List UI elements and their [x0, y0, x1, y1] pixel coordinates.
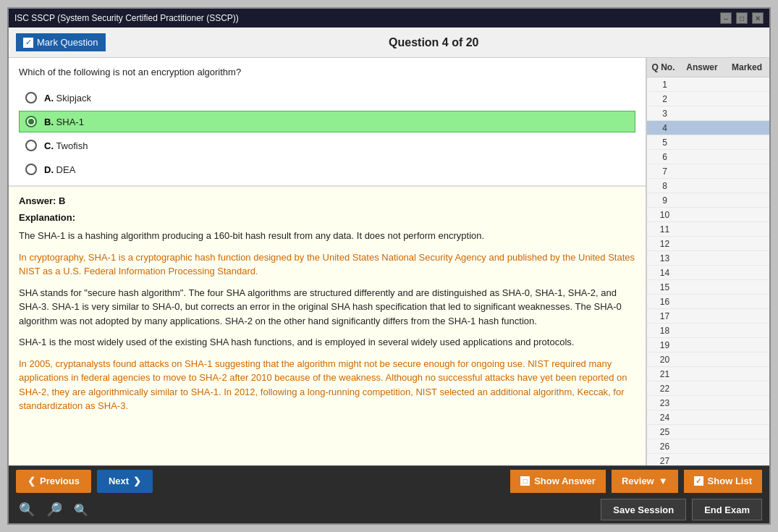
option-c[interactable]: C. Twofish: [19, 135, 635, 156]
sidebar-row[interactable]: 27: [647, 454, 769, 465]
sidebar: Q No. Answer Marked 1 2 3 4 5 6: [646, 58, 769, 465]
sidebar-row[interactable]: 2: [647, 92, 769, 106]
sidebar-row-num: 21: [647, 369, 680, 379]
sidebar-row[interactable]: 14: [647, 266, 769, 280]
sidebar-row[interactable]: 8: [647, 179, 769, 193]
sidebar-row[interactable]: 22: [647, 381, 769, 396]
review-dropdown-icon: ▼: [659, 476, 668, 486]
sidebar-row[interactable]: 1: [647, 77, 769, 92]
sidebar-row[interactable]: 3: [647, 106, 769, 121]
sidebar-row[interactable]: 16: [647, 295, 769, 309]
answer-para-2: In cryptography, SHA-1 is a cryptographi…: [19, 250, 635, 279]
sidebar-row[interactable]: 24: [647, 410, 769, 425]
option-b[interactable]: B. SHA-1: [19, 111, 635, 132]
review-button[interactable]: Review ▼: [612, 470, 678, 493]
option-b-label: B. SHA-1: [44, 117, 84, 127]
options-area: A. Skipjack B. SHA-1 C. Twofish: [9, 82, 646, 185]
answer-para-1: The SHA-1 is a hashing algorithm produci…: [19, 229, 635, 243]
close-button[interactable]: ✕: [752, 12, 764, 24]
answer-para-5: In 2005, cryptanalysts found attacks on …: [19, 357, 635, 413]
sidebar-row[interactable]: 9: [647, 193, 769, 208]
save-session-label: Save Session: [613, 504, 674, 515]
show-list-checkbox-icon: ✓: [694, 476, 703, 486]
zoom-reset-button[interactable]: 🔎: [43, 500, 65, 519]
sidebar-row-num: 24: [647, 413, 680, 423]
sidebar-row[interactable]: 18: [647, 324, 769, 338]
show-list-button[interactable]: ✓ Show List: [684, 470, 762, 493]
sidebar-row-num: 25: [647, 427, 680, 437]
sidebar-row[interactable]: 15: [647, 280, 769, 295]
main-area: Which of the following is not an encrypt…: [9, 58, 769, 465]
app-window: ISC SSCP (System Security Certified Prac…: [7, 7, 771, 525]
minimize-button[interactable]: –: [720, 12, 732, 24]
toolbar: ✓ Mark Question Question 4 of 20: [9, 28, 769, 58]
sidebar-row-num: 7: [647, 166, 680, 177]
sidebar-list[interactable]: 1 2 3 4 5 6 7 8: [647, 77, 769, 465]
option-d-radio: [25, 164, 37, 175]
sidebar-row[interactable]: 25: [647, 425, 769, 439]
sidebar-row-num: 18: [647, 326, 680, 336]
second-bottom-bar: 🔍 🔎 🔍 Save Session End Exam: [9, 496, 769, 523]
sidebar-row-num: 8: [647, 181, 680, 191]
next-button[interactable]: Next ❯: [97, 470, 153, 493]
sidebar-row-num: 4: [647, 123, 680, 133]
sidebar-row[interactable]: 4: [647, 121, 769, 135]
zoom-in-button[interactable]: 🔍: [16, 500, 38, 519]
sidebar-row-num: 27: [647, 456, 680, 466]
mark-question-button[interactable]: ✓ Mark Question: [16, 33, 106, 51]
review-label: Review: [622, 476, 654, 486]
title-bar: ISC SSCP (System Security Certified Prac…: [9, 9, 769, 28]
sidebar-row-num: 2: [647, 94, 680, 104]
sidebar-row-num: 22: [647, 384, 680, 394]
sidebar-row[interactable]: 10: [647, 208, 769, 222]
show-answer-checkbox-icon: □: [520, 476, 530, 486]
sidebar-row-num: 17: [647, 311, 680, 321]
answer-para-4: SHA-1 is the most widely used of the exi…: [19, 335, 635, 350]
end-exam-label: End Exam: [704, 504, 750, 515]
sidebar-row[interactable]: 5: [647, 135, 769, 150]
sidebar-row-num: 5: [647, 138, 680, 148]
sidebar-row[interactable]: 23: [647, 396, 769, 410]
sidebar-row[interactable]: 13: [647, 251, 769, 266]
previous-button[interactable]: ❮ Previous: [16, 470, 91, 493]
sidebar-row[interactable]: 20: [647, 352, 769, 367]
previous-label: Previous: [40, 476, 80, 486]
sidebar-row-num: 1: [647, 80, 680, 90]
end-exam-button[interactable]: End Exam: [692, 499, 762, 520]
maximize-button[interactable]: □: [736, 12, 748, 24]
sidebar-row[interactable]: 11: [647, 222, 769, 237]
question-title: Question 4 of 20: [106, 36, 762, 49]
mark-checkbox-icon: ✓: [23, 38, 33, 48]
sidebar-row-num: 13: [647, 253, 680, 263]
sidebar-row[interactable]: 7: [647, 164, 769, 179]
sidebar-row-num: 11: [647, 224, 680, 235]
sidebar-row-num: 12: [647, 239, 680, 249]
question-panel: Which of the following is not an encrypt…: [9, 58, 646, 465]
bottom-bar: ❮ Previous Next ❯ □ Show Answer Review ▼…: [9, 465, 769, 496]
sidebar-row[interactable]: 6: [647, 150, 769, 164]
sidebar-row-num: 26: [647, 442, 680, 452]
next-label: Next: [109, 476, 129, 486]
sidebar-row[interactable]: 17: [647, 309, 769, 324]
window-title: ISC SSCP (System Security Certified Prac…: [14, 13, 239, 23]
question-text: Which of the following is not an encrypt…: [9, 58, 646, 82]
sidebar-row[interactable]: 21: [647, 367, 769, 381]
show-answer-button[interactable]: □ Show Answer: [510, 470, 606, 493]
sidebar-row-num: 20: [647, 355, 680, 365]
sidebar-row[interactable]: 19: [647, 338, 769, 352]
sidebar-row-num: 14: [647, 268, 680, 278]
zoom-out-button[interactable]: 🔍: [71, 502, 91, 518]
sidebar-row-num: 6: [647, 152, 680, 162]
window-content: ✓ Mark Question Question 4 of 20 Which o…: [9, 28, 769, 523]
answer-line: Answer: B: [19, 195, 635, 206]
sidebar-col-qno: Q No.: [647, 61, 680, 74]
save-session-button[interactable]: Save Session: [601, 499, 686, 520]
sidebar-row[interactable]: 12: [647, 237, 769, 251]
option-c-radio: [25, 140, 37, 151]
sidebar-row-num: 10: [647, 210, 680, 220]
option-a[interactable]: A. Skipjack: [19, 87, 635, 109]
option-a-label: A. Skipjack: [44, 93, 91, 104]
sidebar-row[interactable]: 26: [647, 439, 769, 454]
option-d[interactable]: D. DEA: [19, 159, 635, 180]
option-d-label: D. DEA: [44, 164, 75, 175]
